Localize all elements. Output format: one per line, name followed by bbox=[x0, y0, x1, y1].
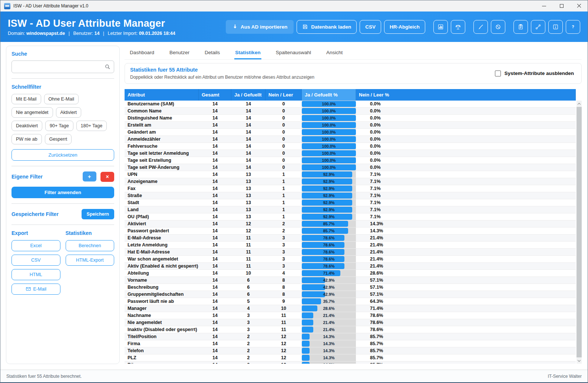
table-row[interactable]: Straße1413192.9%7.1% bbox=[125, 192, 576, 199]
table-row[interactable]: Land1413192.9%7.1% bbox=[125, 206, 576, 213]
table-row[interactable]: Common Name14140100.0%0.0% bbox=[125, 108, 576, 115]
tab-benutzer[interactable]: Benutzer bbox=[169, 50, 190, 59]
clipboard-button[interactable] bbox=[513, 20, 528, 34]
export-e-mail-button[interactable]: E-Mail bbox=[11, 284, 60, 295]
ja-percent-bar: 78.6% bbox=[302, 256, 356, 262]
table-row[interactable]: Passwort geändert1412285.7%14.3% bbox=[125, 227, 576, 235]
table-row[interactable]: Anzeigename1413192.9%7.1% bbox=[125, 178, 576, 185]
table-row[interactable]: Firma1421214.3%85.7% bbox=[125, 340, 576, 347]
brush-button[interactable] bbox=[473, 20, 488, 34]
stats-berechnen-button[interactable]: Berechnen bbox=[66, 240, 115, 251]
nein-percent-label: 7.1% bbox=[356, 200, 576, 205]
table-row[interactable]: Telefon1421214.3%85.7% bbox=[125, 347, 576, 354]
hr-abgleich-button[interactable]: HR-Abgleich bbox=[384, 20, 425, 34]
tab-spaltenauswahl[interactable]: Spaltenauswahl bbox=[275, 50, 312, 59]
add-filter-button[interactable]: + bbox=[83, 171, 96, 181]
checkbox-box-icon[interactable] bbox=[495, 71, 501, 76]
help-button[interactable]: ? bbox=[566, 20, 580, 34]
table-row[interactable]: Aktiv (Enabled & nicht gesperrt)1411378.… bbox=[125, 263, 576, 270]
table-row[interactable]: Titel/Position1421214.3%85.7% bbox=[125, 333, 576, 340]
table-row[interactable]: Nie angemeldet1431121.4%78.6% bbox=[125, 319, 576, 326]
table-row[interactable]: Beschreibung146842.9%57.1% bbox=[125, 284, 576, 291]
table-row[interactable]: Tage seit Erstellung14140100.0%0.0% bbox=[125, 157, 576, 164]
column-header-ja-gefuellt[interactable]: Ja / Gefuellt bbox=[231, 89, 265, 101]
table-row[interactable]: Fax1413192.9%7.1% bbox=[125, 185, 576, 192]
maximize-button[interactable] bbox=[553, 0, 570, 12]
table-row[interactable]: Inaktiv (Disabled oder gesperrt)1431121.… bbox=[125, 326, 576, 333]
scrollbar-thumb[interactable] bbox=[577, 107, 582, 357]
column-header-ja-gefuellt[interactable]: Ja / Gefuellt % bbox=[302, 89, 356, 101]
table-row[interactable]: Passwort läuft nie ab145935.7%64.3% bbox=[125, 298, 576, 305]
tab-statistiken[interactable]: Statistiken bbox=[234, 50, 261, 59]
quickfilter-90-tage[interactable]: 90+ Tage bbox=[45, 121, 73, 131]
table-row[interactable]: PLZ1421214.3%85.7% bbox=[125, 354, 576, 361]
scales-button[interactable] bbox=[451, 20, 465, 34]
main-panel: DashboardBenutzerDetailsStatistikenSpalt… bbox=[125, 46, 582, 370]
quickfilter-mit-e-mail[interactable]: Mit E-Mail bbox=[11, 94, 41, 104]
search-icon[interactable] bbox=[104, 63, 111, 70]
ja-percent-bar: 92.9% bbox=[302, 206, 356, 213]
table-row[interactable]: Tage seit PW-Änderung14140100.0%0.0% bbox=[125, 164, 576, 171]
hide-system-attributes-checkbox[interactable]: System-Attribute ausblenden bbox=[495, 71, 574, 76]
table-row[interactable]: Vorname146842.9%57.1% bbox=[125, 277, 576, 284]
save-filter-button[interactable]: Speichern bbox=[82, 209, 114, 219]
table-row[interactable]: Benutzername (SAM)14140100.0%0.0% bbox=[125, 101, 576, 108]
apply-filter-button[interactable]: Filter anwenden bbox=[11, 187, 114, 198]
table-row[interactable]: Letzte Anmeldung1411378.6%21.4% bbox=[125, 242, 576, 249]
table-row[interactable]: War schon angemeldet1411378.6%21.4% bbox=[125, 256, 576, 263]
table-row[interactable]: Tage seit letzter Anmeldung14140100.0%0.… bbox=[125, 150, 576, 157]
table-row[interactable]: Erstellt am14140100.0%0.0% bbox=[125, 122, 576, 129]
tab-details[interactable]: Details bbox=[204, 50, 221, 59]
import-from-ad-button[interactable]: Aus AD importieren bbox=[226, 20, 294, 34]
table-row[interactable]: Geändert am14140100.0%0.0% bbox=[125, 129, 576, 136]
table-row[interactable]: Manager1441028.6%71.4% bbox=[125, 305, 576, 312]
quickfilter-pw-nie-ab[interactable]: PW nie ab bbox=[11, 134, 42, 144]
vertical-scrollbar[interactable] bbox=[577, 101, 582, 364]
export-excel-button[interactable]: Excel bbox=[11, 240, 60, 251]
search-input[interactable] bbox=[11, 60, 114, 73]
info-button[interactable] bbox=[548, 20, 563, 34]
close-button[interactable] bbox=[570, 0, 588, 12]
banner-title: Statistiken fuer 55 Attribute bbox=[130, 67, 314, 73]
quickfilter-aktiviert[interactable]: Aktiviert bbox=[56, 107, 81, 118]
table-row[interactable]: Anmeldezähler14140100.0%0.0% bbox=[125, 136, 576, 143]
quickfilter-gesperrt[interactable]: Gesperrt bbox=[45, 134, 72, 144]
stats-html-export-button[interactable]: HTML-Export bbox=[66, 255, 115, 266]
column-header-gesamt[interactable]: Gesamt bbox=[199, 89, 231, 101]
tab-ansicht[interactable]: Ansicht bbox=[326, 50, 343, 59]
table-row[interactable]: OU (Pfad)1413192.9%7.1% bbox=[125, 213, 576, 220]
table-row[interactable]: Abteilung1410471.4%28.6% bbox=[125, 270, 576, 277]
csv-button[interactable]: CSV bbox=[360, 20, 381, 34]
table-row[interactable]: Büro1421214.3%85.7% bbox=[125, 361, 576, 364]
table-row[interactable]: Aktiviert1412285.7%14.3% bbox=[125, 220, 576, 227]
export-csv-button[interactable]: CSV bbox=[11, 255, 60, 266]
scroll-down-button[interactable] bbox=[577, 357, 582, 364]
table-row[interactable]: E-Mail-Adresse1411378.6%21.4% bbox=[125, 235, 576, 242]
bar-chart-button[interactable] bbox=[433, 20, 448, 34]
tab-dashboard[interactable]: Dashboard bbox=[129, 50, 155, 59]
wrench-button[interactable] bbox=[531, 20, 545, 34]
quickfilter-nie-angemeldet[interactable]: Nie angemeldet bbox=[11, 107, 53, 118]
column-header-nein-leer[interactable]: Nein / Leer bbox=[265, 89, 302, 101]
column-header-nein-leer[interactable]: Nein / Leer % bbox=[356, 89, 576, 101]
reset-filters-button[interactable]: Zurücksetzen bbox=[11, 149, 114, 161]
quickfilter-180-tage[interactable]: 180+ Tage bbox=[76, 121, 107, 131]
table-row[interactable]: Distinguished Name14140100.0%0.0% bbox=[125, 115, 576, 122]
table-row[interactable]: Nachname1431121.4%78.6% bbox=[125, 312, 576, 319]
table-row[interactable]: UPN1413192.9%7.1% bbox=[125, 171, 576, 178]
remove-filter-button[interactable]: × bbox=[100, 172, 114, 182]
table-row[interactable]: Fehlversuche14140100.0%0.0% bbox=[125, 143, 576, 150]
minimize-button[interactable] bbox=[535, 0, 553, 12]
scroll-up-button[interactable] bbox=[577, 101, 582, 107]
block-button[interactable] bbox=[491, 20, 505, 34]
table-row[interactable]: Gruppenmitgliedschaften146842.9%57.1% bbox=[125, 291, 576, 298]
column-header-attribut[interactable]: Attribut bbox=[125, 89, 199, 101]
quickfilter-ohne-e-mail[interactable]: Ohne E-Mail bbox=[44, 94, 79, 104]
datenbank-laden-button[interactable]: Datenbank laden bbox=[297, 20, 357, 34]
table-row[interactable]: Hat E-Mail-Adresse1411378.6%21.4% bbox=[125, 249, 576, 256]
nein-percent-label: 78.6% bbox=[356, 327, 576, 332]
table-row[interactable]: Stadt1413192.9%7.1% bbox=[125, 199, 576, 206]
ja-percent-label: 92.9% bbox=[302, 178, 356, 185]
quickfilter-deaktiviert[interactable]: Deaktiviert bbox=[11, 121, 42, 131]
export-html-button[interactable]: HTML bbox=[11, 269, 60, 280]
